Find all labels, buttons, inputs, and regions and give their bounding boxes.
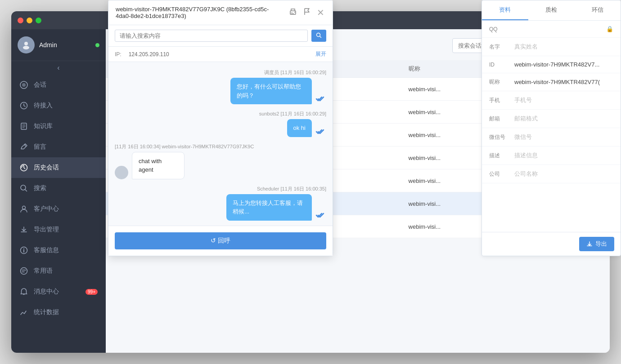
- info-label: QQ: [489, 29, 514, 32]
- online-status-dot: [95, 43, 99, 47]
- message-row: 调度员 [11月 16日 16:00:29] 您好，有什么可以帮助您的吗？: [115, 69, 326, 104]
- sidebar-item-phrases[interactable]: 常用语: [11, 261, 106, 281]
- avatar: [18, 36, 35, 53]
- chat-ip-bar: IP: 124.205.209.110 展开: [108, 47, 333, 62]
- message-timestamp: [11月 16日 16:00:34] webim-visitor-7H9MKTR…: [115, 143, 254, 150]
- sidebar-item-stats-label: 统计数据: [34, 308, 59, 316]
- check-icon: [315, 126, 326, 137]
- sidebar-item-waiting-label: 待接入: [34, 102, 53, 110]
- sidebar-item-chat[interactable]: 会话: [11, 75, 106, 95]
- svg-point-3: [22, 83, 26, 87]
- message-group: 调度员 [11月 16日 16:00:29] 您好，有什么可以帮助您的吗？: [115, 69, 326, 104]
- notifications-badge: 99+: [86, 289, 98, 295]
- expand-button[interactable]: 展开: [315, 50, 326, 58]
- sidebar-item-export[interactable]: 导出管理: [11, 219, 106, 240]
- info-value: 公司名称: [514, 170, 610, 178]
- info-row: 微信号 微信号: [482, 128, 610, 146]
- sidebar-item-notifications[interactable]: 消息中心 99+: [11, 281, 106, 302]
- sidebar-item-knowledge[interactable]: 知识库: [11, 116, 106, 137]
- info-label: ID: [489, 62, 514, 68]
- message-timestamp: 调度员 [11月 16日 16:00:29]: [264, 69, 326, 76]
- window-controls: [18, 18, 41, 23]
- message-row: [11月 16日 16:00:34] webim-visitor-7H9MKTR…: [115, 143, 326, 179]
- sidebar-item-notifications-label: 消息中心: [34, 288, 59, 296]
- info-label: 手机: [489, 97, 514, 104]
- export-icon: [19, 225, 28, 234]
- sidebar-item-search[interactable]: 搜索: [11, 178, 106, 199]
- sidebar-item-chat-label: 会话: [34, 81, 46, 89]
- search-icon: [19, 184, 28, 193]
- lock-icon: 🔒: [606, 29, 610, 32]
- ip-label: IP:: [115, 51, 122, 58]
- sidebar-item-phrases-label: 常用语: [34, 267, 53, 275]
- sidebar-item-waiting[interactable]: 待接入: [11, 95, 106, 116]
- content-area: 历史会话 筛选排序: [106, 29, 610, 353]
- visitor-avatar: [115, 166, 128, 179]
- sidebar-item-stats[interactable]: 统计数据: [11, 302, 106, 323]
- info-value: 描述信息: [514, 151, 610, 160]
- svg-point-15: [317, 33, 320, 36]
- chat-search-button[interactable]: [311, 30, 326, 42]
- message-timestamp: Scheduler [11月 16日 16:00:35]: [257, 186, 326, 192]
- svg-point-8: [22, 206, 26, 209]
- info-fields: QQ 🔒 名字 真实姓名 ID webim-visitor-7H9MKTR482…: [482, 29, 610, 232]
- sidebar-profile: Admin: [11, 29, 106, 61]
- info-label: 名字: [489, 43, 514, 51]
- maximize-dot[interactable]: [36, 18, 41, 23]
- message-row: Scheduler [11月 16日 16:00:35] 马上为您转接人工客服，…: [115, 186, 326, 221]
- minimize-dot[interactable]: [27, 18, 32, 23]
- svg-point-7: [21, 185, 26, 190]
- sidebar-item-customer[interactable]: 客户中心: [11, 199, 106, 219]
- chat-messages: 调度员 [11月 16日 16:00:29] 您好，有什么可以帮助您的吗？ su…: [108, 62, 333, 226]
- info-value: 手机号: [514, 96, 610, 104]
- chat-footer: ↺ 回呼: [108, 226, 333, 256]
- sidebar-item-customer-label: 客户中心: [34, 205, 59, 213]
- info-row: QQ 🔒: [482, 29, 610, 38]
- ip-value: 124.205.209.110: [129, 51, 169, 58]
- chat-search-bar: [108, 29, 333, 47]
- sidebar-item-notes[interactable]: 留言: [11, 137, 106, 157]
- sidebar-item-agent-info[interactable]: 客服信息: [11, 240, 106, 261]
- sidebar-item-history[interactable]: 历史会话: [11, 157, 106, 178]
- chart-icon: [19, 308, 28, 317]
- export-label: 导出: [595, 240, 607, 248]
- right-panel-footer: 导出: [482, 232, 610, 256]
- message-group: [11月 16日 16:00:34] webim-visitor-7H9MKTR…: [115, 143, 326, 179]
- history-icon: [19, 163, 28, 172]
- right-panel: 资料质检环信 QQ 🔒 名字 真实姓名 ID webim-visitor-7H9…: [482, 29, 610, 256]
- recall-button[interactable]: ↺ 回呼: [115, 232, 326, 249]
- export-button[interactable]: 导出: [579, 237, 610, 251]
- info-value: webim-visitor-7H9MKTR482V77(: [514, 79, 610, 85]
- book-icon: [19, 122, 28, 131]
- check-icon: [315, 93, 326, 104]
- info-value: 微信号: [514, 133, 610, 141]
- edit-icon: [19, 142, 28, 151]
- info-value: 真实姓名: [514, 43, 610, 51]
- sidebar-collapse-btn[interactable]: ‹: [11, 61, 106, 75]
- svg-point-1: [23, 46, 29, 49]
- message-bubble: chat with agent: [132, 152, 184, 179]
- chat-search-input[interactable]: [115, 30, 308, 42]
- message-group: Scheduler [11月 16日 16:00:35] 马上为您转接人工客服，…: [115, 186, 326, 221]
- close-dot[interactable]: [18, 18, 23, 23]
- sidebar-item-knowledge-label: 知识库: [34, 122, 53, 130]
- sidebar-item-export-label: 导出管理: [34, 226, 59, 234]
- info-row: 名字 真实姓名: [482, 38, 610, 56]
- ip-info: IP: 124.205.209.110: [115, 51, 169, 58]
- svg-point-10: [23, 249, 24, 249]
- info-row: 公司 公司名称: [482, 165, 610, 183]
- info-icon: [19, 246, 28, 255]
- sidebar-item-agentinfo-label: 客服信息: [34, 246, 59, 254]
- chat-overlay: webim-visitor-7H9MKTR482V77G97JK9C (8bfb…: [108, 29, 333, 256]
- svg-point-11: [21, 268, 27, 275]
- message-row: sunbots2 [11月 16日 16:00:29] ok hi: [115, 111, 326, 137]
- info-row: 手机 手机号: [482, 91, 610, 110]
- message-timestamp: sunbots2 [11月 16日 16:00:29]: [259, 111, 326, 117]
- info-label: 微信号: [489, 133, 514, 141]
- sidebar-item-notes-label: 留言: [34, 143, 46, 151]
- svg-point-0: [24, 42, 28, 45]
- message-bubble: 您好，有什么可以帮助您的吗？: [230, 78, 312, 104]
- info-value: 邮箱格式: [514, 115, 610, 123]
- info-label: 邮箱: [489, 115, 514, 123]
- chat-icon: [19, 80, 28, 89]
